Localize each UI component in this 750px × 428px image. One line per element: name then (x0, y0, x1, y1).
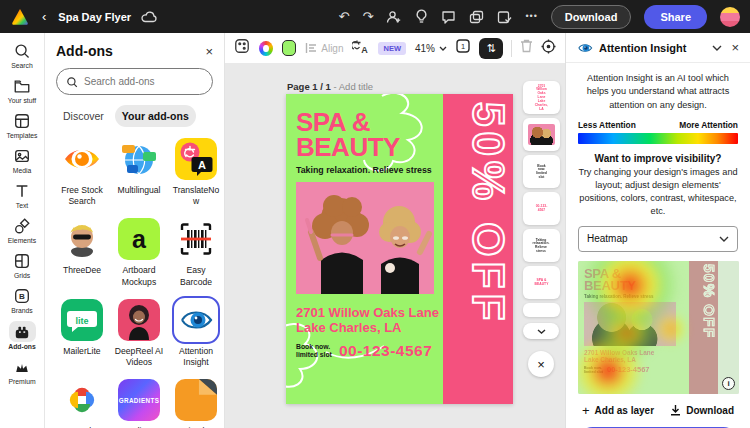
invite-people-icon[interactable] (386, 10, 402, 24)
threedee-icon (61, 218, 103, 260)
align-control[interactable]: Align (305, 42, 343, 54)
app-tile-threedee[interactable]: ThreeDee (56, 218, 108, 287)
add-ons-close-icon[interactable]: × (205, 44, 213, 59)
color-wheel-icon[interactable] (259, 41, 273, 56)
layers-scroll-down-button[interactable] (523, 323, 559, 339)
sidebar-item-text[interactable]: Text (0, 177, 45, 212)
scale-label-more: More Attention (679, 120, 738, 130)
heatmap-download-button[interactable]: Download (670, 403, 734, 418)
top-bar: ‹ Spa Day Flyer ↶ ↷ (0, 0, 750, 33)
app-tile-mailerlite[interactable]: lite MailerLite (56, 299, 108, 368)
flyer-offer-section[interactable]: 50% OFF (443, 94, 513, 404)
grids-icon (13, 251, 31, 271)
layers-strip: 2701 Willow Oaks Lane Lake Charles, LA B… (521, 81, 561, 377)
layer-thumbnail[interactable] (523, 303, 560, 317)
add-ons-search[interactable] (56, 68, 213, 95)
flyer-booking-note: Book now. limited slot (296, 343, 332, 359)
tab-your-add-ons[interactable]: Your add-ons (115, 105, 196, 127)
download-icon (670, 404, 681, 416)
flyer-subline[interactable]: Taking relaxation. Relieve stress (296, 165, 443, 175)
simple-booklet-icon (175, 379, 217, 421)
flyer-photo[interactable] (296, 182, 434, 294)
heatmap-preview[interactable]: SPA & BEAUTY Taking relaxation. Relieve … (578, 261, 739, 394)
flyer-phone[interactable]: 00-123-4567 (339, 342, 432, 360)
sidebar-item-brands[interactable]: B Brands (0, 282, 45, 317)
sidebar-item-premium[interactable]: Premium (0, 353, 45, 388)
app-tile-attention-insight[interactable]: Attention Insight (170, 299, 222, 368)
app-tile-gradients[interactable]: GRADIENTS Gradients (113, 379, 165, 428)
layer-thumbnail[interactable] (523, 118, 560, 151)
insight-description: Attention Insight is an AI tool which he… (578, 72, 738, 112)
app-tile-easy-barcode[interactable]: Easy Barcode (170, 218, 222, 287)
collapse-chevron-icon[interactable] (712, 45, 722, 51)
multilingual-icon (118, 138, 160, 180)
app-tile-multilingual[interactable]: Multilingual (113, 138, 165, 207)
svg-text:A: A (198, 159, 206, 171)
page-label[interactable]: Page 1 / 1 - Add title (287, 81, 373, 92)
add-page-target-icon[interactable] (541, 39, 556, 58)
app-tile-translatenow[interactable]: A TranslateNow (170, 138, 222, 207)
translate-text-icon[interactable]: A (352, 39, 369, 58)
layers-close-button[interactable]: × (528, 351, 554, 377)
layer-thumbnail[interactable]: SPA & BEAUTY (523, 266, 560, 299)
gradients-icon: GRADIENTS (118, 379, 160, 421)
plus-icon: + (582, 403, 590, 418)
add-ons-panel-title: Add-ons (56, 43, 113, 59)
back-button[interactable]: ‹ (40, 10, 48, 23)
fill-color-swatch[interactable] (282, 40, 297, 56)
folder-icon (13, 76, 31, 96)
flyer-offer-text[interactable]: 50% OFF (443, 94, 513, 404)
sidebar-item-media[interactable]: Media (0, 142, 45, 177)
layer-thumbnail[interactable]: Taking relaxation. Relieve stress (523, 229, 560, 262)
chevron-down-icon (719, 236, 729, 242)
app-tile-artboard-mockups[interactable]: a Artboard Mockups (113, 218, 165, 287)
app-tile-deepreel[interactable]: DeepReel AI Videos (113, 299, 165, 368)
shuffle-dice-icon[interactable] (234, 38, 250, 58)
flyer-headline-line1[interactable]: SPA & (296, 110, 443, 135)
add-ons-icon (9, 321, 36, 342)
download-button[interactable]: Download (551, 5, 632, 29)
sidebar-item-add-ons[interactable]: Add-ons (0, 317, 45, 353)
trash-icon[interactable] (520, 39, 533, 57)
google-photos-icon (61, 379, 103, 421)
comment-icon[interactable] (441, 10, 456, 24)
insight-close-icon[interactable]: × (731, 40, 739, 55)
canvas-toolbar: Align A NEW 41% 1 ⇅ (225, 33, 565, 63)
app-tile-simple-booklet[interactable]: Simple Booklet (170, 379, 222, 428)
page-title-hint[interactable]: - Add title (333, 81, 373, 92)
duplicates-icon[interactable] (469, 10, 484, 24)
add-as-layer-button[interactable]: + Add as layer (582, 403, 654, 418)
sidebar-item-templates[interactable]: Templates (0, 107, 45, 142)
tab-discover[interactable]: Discover (56, 105, 111, 127)
layer-thumbnail[interactable]: Book now. limited slot (523, 155, 560, 188)
document-title: Spa Day Flyer (58, 11, 131, 23)
redo-icon[interactable]: ↷ (363, 10, 374, 23)
search-icon (66, 76, 78, 88)
flyer-design[interactable]: SPA & BEAUTY Taking relaxation. Relieve … (286, 94, 513, 404)
sidebar-item-search[interactable]: Search (0, 37, 45, 72)
info-icon[interactable]: i (722, 377, 735, 390)
undo-icon[interactable]: ↶ (339, 10, 350, 23)
sidebar-item-grids[interactable]: Grids (0, 247, 45, 282)
share-button[interactable]: Share (644, 5, 707, 29)
more-options-icon[interactable]: ••• (525, 12, 537, 21)
add-ons-search-input[interactable] (84, 76, 194, 87)
flyer-headline-line2[interactable]: BEAUTY (296, 135, 443, 160)
layer-thumbnail[interactable]: 00-123-4567 (523, 192, 560, 225)
user-avatar[interactable] (720, 7, 740, 27)
improve-body: Try changing your design's images and la… (578, 166, 738, 218)
app-tile-free-stock-search[interactable]: Free Stock Search (56, 138, 108, 207)
top-bar-left: ‹ Spa Day Flyer (10, 7, 158, 27)
app-tile-google-photos[interactable]: Google Photos (56, 379, 108, 428)
sidebar-item-elements[interactable]: Elements (0, 212, 45, 247)
page-number-icon[interactable]: 1 (455, 38, 471, 58)
brands-icon: B (13, 286, 31, 306)
sidebar-item-your-stuff[interactable]: Your stuff (0, 72, 45, 107)
layer-thumbnail[interactable]: 2701 Willow Oaks Lane Lake Charles, LA (523, 81, 560, 114)
flyer-left-section[interactable]: SPA & BEAUTY Taking relaxation. Relieve … (286, 94, 443, 404)
ideas-lightbulb-icon[interactable] (415, 9, 428, 24)
reorder-pages-button[interactable]: ⇅ (479, 38, 503, 59)
schedule-check-icon[interactable] (497, 10, 512, 24)
view-mode-select[interactable]: Heatmap (578, 226, 738, 252)
zoom-control[interactable]: 41% (415, 43, 447, 54)
